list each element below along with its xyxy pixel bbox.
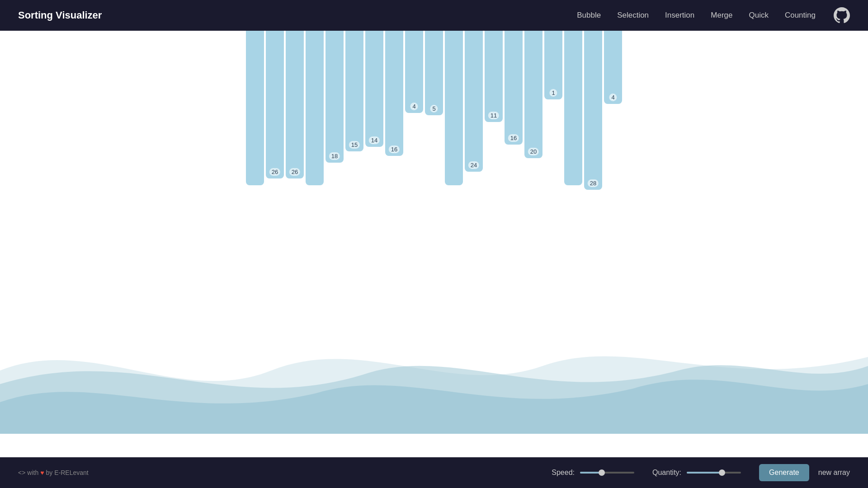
bar-label: 18 — [329, 152, 340, 160]
nav-quick[interactable]: Quick — [749, 11, 768, 20]
speed-thumb[interactable] — [599, 469, 605, 476]
speed-control: Speed: — [552, 469, 634, 477]
nav-merge[interactable]: Merge — [711, 11, 732, 20]
nav-bubble[interactable]: Bubble — [577, 11, 601, 20]
bar-label: 26 — [289, 168, 300, 176]
bar-label: 14 — [369, 136, 380, 144]
bar-label: 28 — [588, 179, 599, 187]
nav-insertion[interactable]: Insertion — [665, 11, 694, 20]
bar-label: 26 — [269, 168, 280, 176]
bar-label: 11 — [488, 112, 499, 119]
bar-label: 16 — [508, 134, 519, 142]
bar-label: 4 — [410, 103, 418, 110]
credit-author: by E-RELevant — [46, 469, 89, 476]
heart-icon: ♥ — [40, 469, 44, 476]
nav-bar: Bubble Selection Insertion Merge Quick C… — [577, 11, 816, 20]
new-array-button[interactable]: new array — [818, 469, 850, 477]
speed-slider[interactable] — [580, 472, 634, 474]
main-content: 26261815141645241116201284 — [0, 0, 868, 488]
bar-label: 15 — [349, 141, 360, 149]
generate-button[interactable]: Generate — [759, 464, 809, 481]
nav-counting[interactable]: Counting — [785, 11, 816, 20]
nav-selection[interactable]: Selection — [617, 11, 649, 20]
footer-controls: Speed: Quantity: Generate new array — [552, 464, 850, 481]
quantity-label: Quantity: — [652, 469, 681, 477]
bar-label: 1 — [549, 89, 557, 97]
github-icon[interactable] — [834, 7, 850, 23]
footer-actions: Generate new array — [759, 464, 850, 481]
credit-text: with — [27, 469, 38, 476]
bar-label: 5 — [430, 105, 438, 113]
bar-label: 24 — [468, 161, 479, 169]
speed-label: Speed: — [552, 469, 575, 477]
app-title: Sorting Visualizer — [18, 9, 102, 21]
footer-credit: <> with ♥ by E-RELevant — [18, 469, 89, 476]
quantity-slider[interactable] — [687, 472, 741, 474]
quantity-control: Quantity: — [652, 469, 741, 477]
code-symbol: <> — [18, 469, 25, 476]
footer: <> with ♥ by E-RELevant Speed: Quantity:… — [0, 457, 868, 488]
bar-label: 16 — [389, 145, 400, 153]
header: Sorting Visualizer Bubble Selection Inse… — [0, 0, 868, 31]
bars-visualization: 26261815141645241116201284 — [0, 0, 868, 230]
quantity-thumb[interactable] — [719, 469, 725, 476]
bar-label: 4 — [609, 94, 617, 101]
bar-label: 20 — [528, 148, 539, 155]
wave-decoration — [0, 280, 868, 434]
quantity-fill — [687, 472, 722, 474]
